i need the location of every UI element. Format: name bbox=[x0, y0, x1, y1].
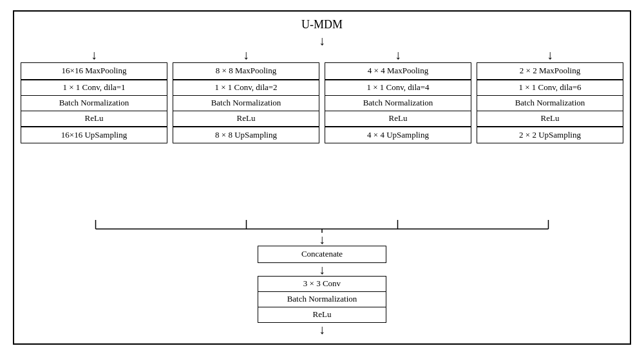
col2-relu: ReLu bbox=[173, 111, 319, 126]
col1-arrow: ↓ bbox=[91, 48, 97, 61]
merge-lines-container bbox=[21, 220, 623, 233]
column-3: ↓ 4 × 4 MaxPooling 1 × 1 Conv, dila=4 Ba… bbox=[325, 48, 471, 220]
bottom-conv-group: 3 × 3 Conv Batch Normalization ReLu bbox=[258, 276, 386, 323]
title-arrow: ↓ bbox=[21, 34, 623, 47]
col1-relu: ReLu bbox=[21, 111, 167, 126]
col3-relu: ReLu bbox=[325, 111, 471, 126]
bottom-bn: Batch Normalization bbox=[258, 292, 386, 307]
col2-conv: 1 × 1 Conv, dila=2 bbox=[173, 80, 319, 96]
merge-lines-svg bbox=[21, 220, 623, 233]
column-4: ↓ 2 × 2 MaxPooling 1 × 1 Conv, dila=6 Ba… bbox=[477, 48, 623, 220]
col1-pooling: 16×16 MaxPooling bbox=[21, 62, 167, 80]
conv-group-arrow: ↓ bbox=[21, 263, 623, 276]
col4-conv: 1 × 1 Conv, dila=6 bbox=[477, 80, 623, 96]
col3-conv-group: 1 × 1 Conv, dila=4 Batch Normalization R… bbox=[325, 80, 471, 127]
column-1: ↓ 16×16 MaxPooling 1 × 1 Conv, dila=1 Ba… bbox=[21, 48, 167, 220]
col1-conv: 1 × 1 Conv, dila=1 bbox=[21, 80, 167, 96]
col3-pooling: 4 × 4 MaxPooling bbox=[325, 62, 471, 80]
column-2: ↓ 8 × 8 MaxPooling 1 × 1 Conv, dila=2 Ba… bbox=[173, 48, 319, 220]
col4-conv-group: 1 × 1 Conv, dila=6 Batch Normalization R… bbox=[477, 80, 623, 127]
col1-upsampling: 16×16 UpSampling bbox=[21, 127, 167, 144]
col3-bn: Batch Normalization bbox=[325, 96, 471, 111]
bottom-conv: 3 × 3 Conv bbox=[258, 277, 386, 292]
columns-row: ↓ 16×16 MaxPooling 1 × 1 Conv, dila=1 Ba… bbox=[21, 48, 623, 220]
col4-bn: Batch Normalization bbox=[477, 96, 623, 111]
col2-arrow: ↓ bbox=[243, 48, 249, 61]
bottom-relu: ReLu bbox=[258, 307, 386, 322]
col4-upsampling: 2 × 2 UpSampling bbox=[477, 127, 623, 144]
concatenate-box: Concatenate bbox=[258, 246, 386, 263]
col3-conv: 1 × 1 Conv, dila=4 bbox=[325, 80, 471, 96]
col3-upsampling: 4 × 4 UpSampling bbox=[325, 127, 471, 144]
col3-arrow: ↓ bbox=[395, 48, 401, 61]
col2-pooling: 8 × 8 MaxPooling bbox=[173, 62, 319, 80]
col1-bn: Batch Normalization bbox=[21, 96, 167, 111]
col1-conv-group: 1 × 1 Conv, dila=1 Batch Normalization R… bbox=[21, 80, 167, 127]
col4-relu: ReLu bbox=[477, 111, 623, 126]
diagram-container: U-MDM ↓ ↓ 16×16 MaxPooling 1 × 1 Conv, d… bbox=[13, 10, 631, 345]
col2-conv-group: 1 × 1 Conv, dila=2 Batch Normalization R… bbox=[173, 80, 319, 127]
diagram-inner: U-MDM ↓ ↓ 16×16 MaxPooling 1 × 1 Conv, d… bbox=[21, 18, 623, 337]
col4-arrow: ↓ bbox=[547, 48, 553, 61]
concat-arrow: ↓ bbox=[21, 233, 623, 246]
col2-bn: Batch Normalization bbox=[173, 96, 319, 111]
bottom-area: ↓ Concatenate ↓ 3 × 3 Conv Batch Normali… bbox=[21, 220, 623, 337]
diagram-title: U-MDM bbox=[301, 18, 343, 32]
final-arrow: ↓ bbox=[21, 323, 623, 336]
col2-upsampling: 8 × 8 UpSampling bbox=[173, 127, 319, 144]
col4-pooling: 2 × 2 MaxPooling bbox=[477, 62, 623, 80]
title-row: U-MDM bbox=[21, 18, 623, 32]
